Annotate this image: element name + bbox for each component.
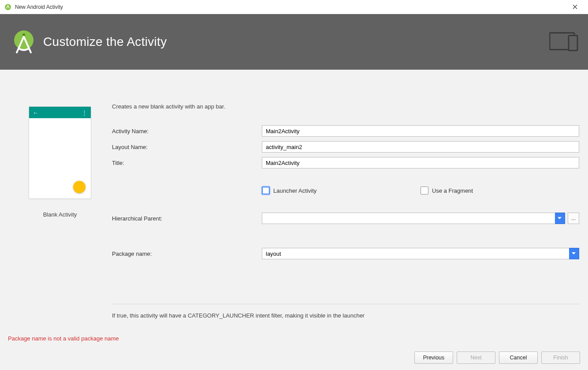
hierarchical-parent-label: Hierarchical Parent: xyxy=(112,215,262,222)
template-preview-column: ← ⋮ Blank Activity xyxy=(8,82,112,370)
wizard-banner: Customize the Activity xyxy=(0,14,588,70)
launcher-activity-checkbox[interactable] xyxy=(262,187,270,194)
device-frame-icon xyxy=(549,31,578,53)
activity-name-input[interactable] xyxy=(262,125,579,137)
package-name-dropdown[interactable] xyxy=(569,248,579,259)
preview-fab xyxy=(73,181,86,193)
hierarchical-parent-browse[interactable]: ... xyxy=(568,213,579,224)
wizard-content: ← ⋮ Blank Activity Creates a new blank a… xyxy=(0,70,588,370)
template-preview-thumb[interactable]: ← ⋮ xyxy=(29,106,91,199)
svg-rect-4 xyxy=(569,36,577,51)
window-titlebar: New Android Activity xyxy=(0,0,588,14)
use-fragment-label: Use a Fragment xyxy=(432,187,473,194)
validation-error: Package name is not a valid package name xyxy=(8,335,119,342)
previous-button[interactable]: Previous xyxy=(414,351,453,364)
back-arrow-icon: ← xyxy=(33,109,38,116)
chevron-down-icon xyxy=(572,252,576,255)
activity-name-label: Activity Name: xyxy=(112,128,262,135)
template-description: Creates a new blank activity with an app… xyxy=(112,103,579,110)
template-preview-label: Blank Activity xyxy=(43,211,77,218)
android-studio-icon xyxy=(4,4,11,11)
cancel-button[interactable]: Cancel xyxy=(499,351,538,364)
svg-point-1 xyxy=(14,30,33,50)
title-input[interactable] xyxy=(262,157,579,168)
form-fields: Creates a new blank activity with an app… xyxy=(112,82,580,370)
close-icon xyxy=(573,4,577,9)
hierarchical-parent-input[interactable] xyxy=(262,213,555,224)
use-fragment-checkbox[interactable] xyxy=(421,187,428,194)
layout-name-label: Layout Name: xyxy=(112,144,262,150)
chevron-down-icon xyxy=(558,217,562,220)
android-studio-logo-icon xyxy=(11,29,37,55)
close-button[interactable] xyxy=(566,1,584,13)
window-title: New Android Activity xyxy=(15,4,566,10)
launcher-activity-label: Launcher Activity xyxy=(273,187,316,194)
title-label: Title: xyxy=(112,160,262,166)
next-button: Next xyxy=(457,351,495,364)
hierarchical-parent-dropdown[interactable] xyxy=(555,213,565,224)
package-name-input[interactable] xyxy=(262,248,569,259)
layout-name-input[interactable] xyxy=(262,141,579,153)
overflow-menu-icon: ⋮ xyxy=(82,109,87,116)
finish-button: Finish xyxy=(541,351,580,364)
preview-appbar: ← ⋮ xyxy=(29,107,91,118)
field-hint: If true, this activity will have a CATEG… xyxy=(112,312,579,319)
wizard-buttons: Previous Next Cancel Finish xyxy=(414,351,580,364)
wizard-heading: Customize the Activity xyxy=(43,35,167,49)
separator xyxy=(112,304,579,304)
package-name-label: Package name: xyxy=(112,250,262,257)
